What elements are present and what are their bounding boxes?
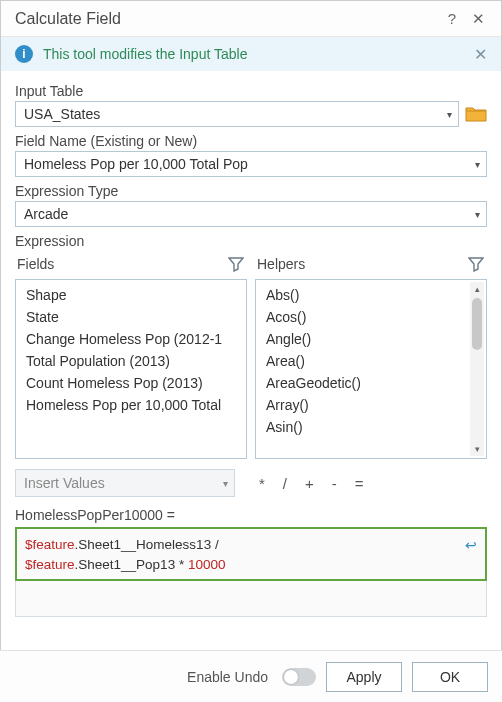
close-icon[interactable]: ✕ [465, 6, 491, 32]
footer: Enable Undo Apply OK [0, 650, 502, 702]
field-name-combo[interactable]: Homeless Pop per 10,000 Total Pop ▾ [15, 151, 487, 177]
chevron-down-icon: ▾ [447, 109, 452, 120]
op-equals[interactable]: = [355, 475, 364, 492]
chevron-down-icon: ▾ [475, 209, 480, 220]
list-item[interactable]: Acos() [256, 306, 468, 328]
list-item[interactable]: Angle() [256, 328, 468, 350]
helpers-list[interactable]: Abs() Acos() Angle() Area() AreaGeodetic… [255, 279, 487, 459]
list-item[interactable]: Shape [16, 284, 246, 306]
browse-folder-icon[interactable] [465, 105, 487, 123]
input-table-label: Input Table [15, 83, 487, 99]
code-block-area[interactable] [15, 581, 487, 617]
op-divide[interactable]: / [283, 475, 287, 492]
op-minus[interactable]: - [332, 475, 337, 492]
input-table-value: USA_States [24, 106, 100, 122]
enable-undo-label: Enable Undo [187, 669, 268, 685]
expression-type-value: Arcade [24, 206, 68, 222]
field-name-label: Field Name (Existing or New) [15, 133, 487, 149]
fields-header: Fields [17, 256, 227, 272]
list-item[interactable]: Asin() [256, 416, 468, 438]
fields-list[interactable]: Shape State Change Homeless Pop (2012-1 … [15, 279, 247, 459]
operator-row: * / + - = [259, 475, 364, 492]
code-line-1: $feature.Sheet1__Homeless13 / [25, 535, 477, 555]
op-plus[interactable]: + [305, 475, 314, 492]
input-table-combo[interactable]: USA_States ▾ [15, 101, 459, 127]
help-icon[interactable]: ? [439, 6, 465, 32]
list-item[interactable]: Homeless Pop per 10,000 Total [16, 394, 246, 416]
list-item[interactable]: Abs() [256, 284, 468, 306]
list-item[interactable]: AreaGeodetic() [256, 372, 468, 394]
apply-button[interactable]: Apply [326, 662, 402, 692]
info-bar: i This tool modifies the Input Table ✕ [1, 37, 501, 71]
enable-undo-toggle[interactable] [282, 668, 316, 686]
expression-code-box[interactable]: ↩ $feature.Sheet1__Homeless13 / $feature… [15, 527, 487, 581]
list-item[interactable]: Array() [256, 394, 468, 416]
scroll-up-icon[interactable]: ▴ [470, 282, 484, 296]
wrap-icon[interactable]: ↩ [465, 535, 477, 556]
expression-label: Expression [15, 233, 487, 249]
list-item[interactable]: Change Homeless Pop (2012-1 [16, 328, 246, 350]
expression-type-label: Expression Type [15, 183, 487, 199]
field-name-value: Homeless Pop per 10,000 Total Pop [24, 156, 248, 172]
fields-filter-icon[interactable] [227, 255, 245, 273]
info-text: This tool modifies the Input Table [43, 46, 470, 62]
window-title: Calculate Field [15, 10, 439, 28]
code-line-2: $feature.Sheet1__Pop13 * 10000 [25, 555, 477, 575]
list-item[interactable]: Total Population (2013) [16, 350, 246, 372]
helpers-header: Helpers [257, 256, 467, 272]
scroll-down-icon[interactable]: ▾ [470, 442, 484, 456]
scrollbar[interactable]: ▴ ▾ [470, 282, 484, 456]
expression-result-label: HomelessPopPer10000 = [15, 507, 487, 523]
info-close-icon[interactable]: ✕ [470, 45, 491, 64]
insert-values-combo[interactable]: Insert Values ▾ [15, 469, 235, 497]
scroll-thumb[interactable] [472, 298, 482, 350]
chevron-down-icon: ▾ [223, 478, 228, 489]
helpers-filter-icon[interactable] [467, 255, 485, 273]
chevron-down-icon: ▾ [475, 159, 480, 170]
list-item[interactable]: State [16, 306, 246, 328]
expression-type-combo[interactable]: Arcade ▾ [15, 201, 487, 227]
list-item[interactable]: Count Homeless Pop (2013) [16, 372, 246, 394]
info-icon: i [15, 45, 33, 63]
op-multiply[interactable]: * [259, 475, 265, 492]
ok-button[interactable]: OK [412, 662, 488, 692]
title-bar: Calculate Field ? ✕ [1, 1, 501, 37]
list-item[interactable]: Area() [256, 350, 468, 372]
insert-values-label: Insert Values [24, 475, 105, 491]
